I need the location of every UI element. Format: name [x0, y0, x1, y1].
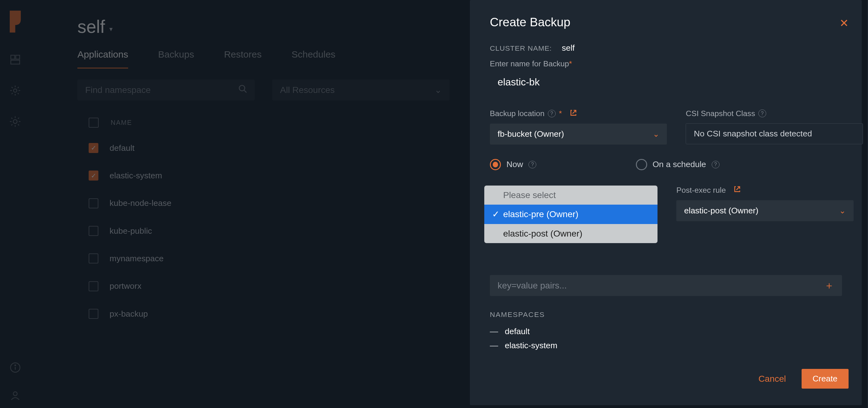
list-item: —elastic-system [490, 339, 842, 352]
radio-mark-icon [490, 159, 501, 170]
external-link-icon[interactable] [734, 185, 741, 195]
post-exec-rule-value: elastic-post (Owner) [684, 206, 758, 215]
namespace-item-label: elastic-system [505, 339, 558, 352]
dropdown-option[interactable]: elastic-post (Owner) [484, 224, 657, 243]
dash-icon: — [490, 339, 498, 352]
chevron-down-icon: ⌄ [839, 206, 846, 215]
help-icon[interactable]: ? [528, 161, 536, 169]
pre-exec-rule-select[interactable]: Please select ✓elastic-pre (Owner) elast… [490, 185, 657, 243]
dash-icon: — [490, 325, 498, 339]
labels-input[interactable]: key=value pairs... ＋ [490, 275, 842, 296]
backup-name-input[interactable] [490, 70, 667, 94]
csi-class-value: No CSI snapshot class detected [694, 129, 812, 139]
dropdown-list: Please select ✓elastic-pre (Owner) elast… [484, 185, 657, 243]
create-backup-modal: Create Backup ✕ CLUSTER NAME: self Enter… [470, 0, 862, 405]
chevron-down-icon: ⌄ [653, 130, 659, 139]
dropdown-option[interactable]: ✓elastic-pre (Owner) [484, 205, 657, 224]
close-icon[interactable]: ✕ [839, 16, 848, 29]
backup-location-select[interactable]: fb-bucket (Owner) ⌄ [490, 124, 667, 144]
required-marker: * [559, 109, 562, 118]
labels-placeholder: key=value pairs... [498, 280, 567, 291]
dropdown-placeholder[interactable]: Please select [484, 185, 657, 205]
cluster-name-value: self [562, 43, 575, 53]
external-link-icon[interactable] [570, 109, 577, 118]
radio-schedule[interactable]: On a schedule ? [636, 159, 719, 170]
backup-location-value: fb-bucket (Owner) [498, 129, 564, 139]
namespaces-header: NAMESPACES [490, 310, 842, 319]
modal-title: Create Backup [490, 15, 842, 29]
cancel-button[interactable]: Cancel [758, 374, 786, 384]
namespace-item-label: default [505, 325, 530, 339]
radio-schedule-label: On a schedule [652, 160, 706, 169]
add-icon[interactable]: ＋ [824, 279, 834, 292]
radio-now-label: Now [506, 160, 523, 169]
help-icon[interactable]: ? [548, 110, 556, 117]
help-icon[interactable]: ? [758, 109, 766, 117]
post-exec-rule-select[interactable]: elastic-post (Owner) ⌄ [676, 200, 853, 221]
csi-class-select[interactable]: No CSI snapshot class detected [686, 123, 863, 144]
namespaces-list: —default—elastic-system [490, 325, 842, 352]
backup-name-label: Enter name for Backup [490, 60, 569, 68]
help-icon[interactable]: ? [712, 161, 719, 169]
list-item: —default [490, 325, 842, 339]
radio-mark-icon [636, 159, 647, 170]
cluster-name-label: CLUSTER NAME: [490, 44, 552, 53]
radio-now[interactable]: Now ? [490, 159, 536, 170]
create-button[interactable]: Create [802, 369, 848, 388]
post-exec-rule-label: Post-exec rule [676, 186, 726, 195]
csi-class-label: CSI Snapshot Class [686, 109, 755, 118]
backup-location-label: Backup location [490, 109, 545, 118]
required-marker: * [569, 60, 572, 68]
